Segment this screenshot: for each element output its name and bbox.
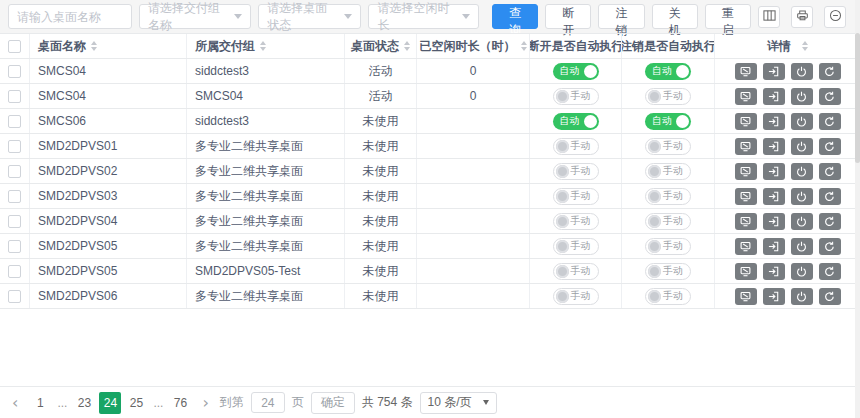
page-button-25[interactable]: 25 bbox=[125, 392, 147, 414]
disconnect-auto-toggle[interactable]: 手动 bbox=[553, 163, 599, 180]
page-button-24[interactable]: 24 bbox=[99, 392, 121, 414]
logoff-auto-toggle[interactable]: 手动 bbox=[645, 263, 691, 280]
sort-icon[interactable] bbox=[260, 41, 266, 51]
power-action-button[interactable] bbox=[791, 188, 813, 205]
row-checkbox[interactable] bbox=[8, 240, 21, 253]
disconnect-action-button[interactable] bbox=[735, 63, 757, 80]
row-checkbox[interactable] bbox=[8, 115, 21, 128]
power-action-button[interactable] bbox=[791, 88, 813, 105]
disconnect-action-button[interactable] bbox=[735, 238, 757, 255]
page-button-23[interactable]: 23 bbox=[73, 392, 95, 414]
restart-action-button[interactable] bbox=[819, 288, 841, 305]
logoff-auto-toggle[interactable]: 手动 bbox=[645, 188, 691, 205]
disconnect-action-button[interactable] bbox=[735, 213, 757, 230]
power-action-button[interactable] bbox=[791, 163, 813, 180]
vertical-scrollbar[interactable] bbox=[855, 0, 860, 418]
sort-icon[interactable] bbox=[404, 41, 410, 51]
disconnect-action-button[interactable] bbox=[735, 288, 757, 305]
sort-icon[interactable] bbox=[802, 41, 808, 51]
disconnect-action-button[interactable] bbox=[735, 163, 757, 180]
shutdown-button[interactable]: 关机 bbox=[652, 4, 698, 29]
power-action-button[interactable] bbox=[791, 138, 813, 155]
print-export-button[interactable] bbox=[791, 6, 813, 28]
disconnect-action-button[interactable] bbox=[735, 113, 757, 130]
logoff-auto-toggle[interactable]: 自动 bbox=[645, 113, 691, 130]
row-checkbox[interactable] bbox=[8, 165, 21, 178]
logoff-auto-toggle[interactable]: 自动 bbox=[645, 63, 691, 80]
disconnect-auto-toggle[interactable]: 手动 bbox=[553, 238, 599, 255]
restart-action-button[interactable] bbox=[819, 163, 841, 180]
logout-action-button[interactable] bbox=[763, 213, 785, 230]
logoff-auto-toggle[interactable]: 手动 bbox=[645, 238, 691, 255]
row-checkbox[interactable] bbox=[8, 140, 21, 153]
column-header-name[interactable]: 桌面名称 bbox=[30, 34, 187, 58]
collapse-button[interactable] bbox=[824, 6, 846, 28]
disconnect-auto-toggle[interactable]: 手动 bbox=[553, 213, 599, 230]
column-header-detail[interactable]: 详情 bbox=[715, 34, 860, 58]
sort-icon[interactable] bbox=[91, 41, 97, 51]
disconnect-auto-toggle[interactable]: 手动 bbox=[553, 138, 599, 155]
disconnect-auto-toggle[interactable]: 自动 bbox=[553, 113, 599, 130]
logout-action-button[interactable] bbox=[763, 163, 785, 180]
power-action-button[interactable] bbox=[791, 63, 813, 80]
disconnect-action-button[interactable] bbox=[735, 263, 757, 280]
logoff-button[interactable]: 注销 bbox=[598, 4, 644, 29]
logoff-auto-toggle[interactable]: 手动 bbox=[645, 288, 691, 305]
restart-action-button[interactable] bbox=[819, 263, 841, 280]
logout-action-button[interactable] bbox=[763, 113, 785, 130]
logout-action-button[interactable] bbox=[763, 238, 785, 255]
row-checkbox[interactable] bbox=[8, 215, 21, 228]
logout-action-button[interactable] bbox=[763, 138, 785, 155]
sort-icon[interactable] bbox=[521, 41, 527, 51]
logoff-auto-toggle[interactable]: 手动 bbox=[645, 138, 691, 155]
page-button-76[interactable]: 76 bbox=[169, 392, 191, 414]
disconnect-auto-toggle[interactable]: 手动 bbox=[553, 263, 599, 280]
logoff-auto-toggle[interactable]: 手动 bbox=[645, 163, 691, 180]
power-action-button[interactable] bbox=[791, 288, 813, 305]
power-action-button[interactable] bbox=[791, 263, 813, 280]
restart-action-button[interactable] bbox=[819, 88, 841, 105]
goto-page-input[interactable] bbox=[251, 392, 285, 413]
column-header-idle[interactable]: 已空闲时长（时） bbox=[417, 34, 530, 58]
scrollbar-thumb[interactable] bbox=[855, 33, 860, 163]
disconnect-action-button[interactable] bbox=[735, 138, 757, 155]
logout-action-button[interactable] bbox=[763, 63, 785, 80]
column-header-status[interactable]: 桌面状态 bbox=[345, 34, 417, 58]
chevron-left-icon[interactable]: ‹ bbox=[8, 395, 22, 411]
restart-action-button[interactable] bbox=[819, 63, 841, 80]
delivery-group-select[interactable]: 请选择交付组名称 bbox=[139, 4, 251, 29]
query-button[interactable]: 查询 bbox=[492, 4, 538, 29]
restart-action-button[interactable] bbox=[819, 113, 841, 130]
logout-action-button[interactable] bbox=[763, 288, 785, 305]
disconnect-button[interactable]: 断开 bbox=[545, 4, 591, 29]
logout-action-button[interactable] bbox=[763, 88, 785, 105]
logoff-auto-toggle[interactable]: 手动 bbox=[645, 213, 691, 230]
row-checkbox[interactable] bbox=[8, 290, 21, 303]
columns-settings-button[interactable] bbox=[758, 6, 780, 28]
power-action-button[interactable] bbox=[791, 213, 813, 230]
chevron-right-icon[interactable]: › bbox=[198, 395, 212, 411]
desktop-name-search-input[interactable] bbox=[8, 4, 132, 29]
row-checkbox[interactable] bbox=[8, 190, 21, 203]
restart-button[interactable]: 重启 bbox=[705, 4, 751, 29]
restart-action-button[interactable] bbox=[819, 238, 841, 255]
row-checkbox[interactable] bbox=[8, 265, 21, 278]
disconnect-auto-toggle[interactable]: 自动 bbox=[553, 63, 599, 80]
per-page-select[interactable]: 10 条/页 bbox=[420, 392, 497, 414]
logout-action-button[interactable] bbox=[763, 263, 785, 280]
restart-action-button[interactable] bbox=[819, 188, 841, 205]
disconnect-auto-toggle[interactable]: 手动 bbox=[553, 88, 599, 105]
idle-duration-select[interactable]: 请选择空闲时长 bbox=[368, 4, 479, 29]
select-all-checkbox[interactable] bbox=[8, 40, 21, 53]
restart-action-button[interactable] bbox=[819, 138, 841, 155]
desktop-status-select[interactable]: 请选择桌面状态 bbox=[258, 4, 361, 29]
page-button-1[interactable]: 1 bbox=[29, 392, 51, 414]
disconnect-action-button[interactable] bbox=[735, 188, 757, 205]
row-checkbox[interactable] bbox=[8, 90, 21, 103]
row-checkbox[interactable] bbox=[8, 65, 21, 78]
disconnect-auto-toggle[interactable]: 手动 bbox=[553, 188, 599, 205]
restart-action-button[interactable] bbox=[819, 213, 841, 230]
column-header-group[interactable]: 所属交付组 bbox=[187, 34, 345, 58]
power-action-button[interactable] bbox=[791, 113, 813, 130]
confirm-button[interactable]: 确定 bbox=[311, 392, 355, 414]
